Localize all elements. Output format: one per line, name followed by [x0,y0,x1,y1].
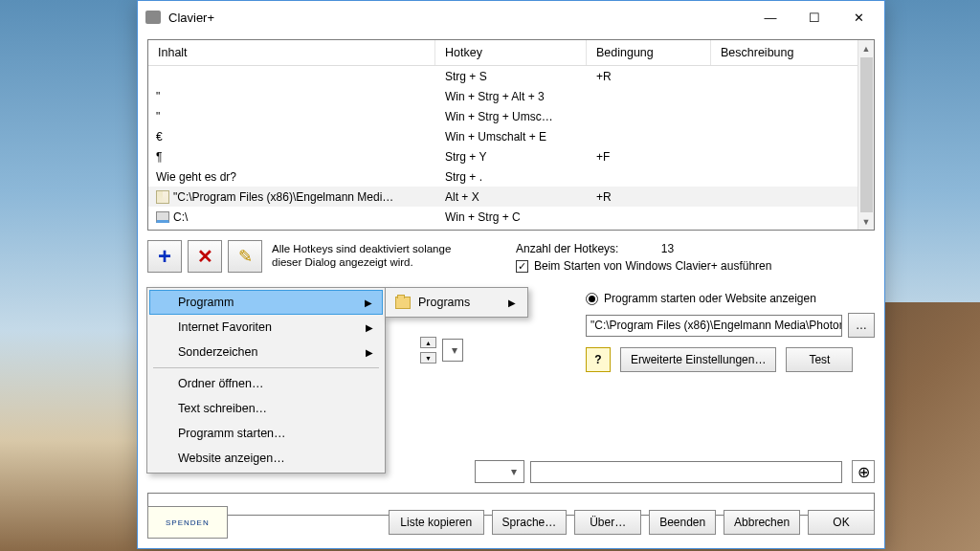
cell-inhalt: C:\ [150,210,437,224]
list-scrollbar[interactable]: ▲ ▼ [858,40,874,230]
small-combo[interactable]: ▾ [442,339,463,362]
cell-inhalt: Wie geht es dr? [150,170,437,184]
advanced-settings-button[interactable]: Erweiterte Einstellungen… [620,347,776,372]
menu-item-ordner[interactable]: Ordner öffnen… [149,371,383,396]
program-path-input[interactable]: "C:\Program Files (x86)\Engelmann Media\… [586,315,842,337]
test-button[interactable]: Test [786,347,853,372]
language-button[interactable]: Sprache… [492,510,567,535]
cell-hotkey: Alt + X [437,190,589,204]
count-value: 13 [624,242,710,255]
note-icon [156,190,169,204]
cell-bedingung: +R [589,70,713,83]
list-header: Inhalt Hotkey Bedingung Beschreibung [148,40,874,66]
col-bedingung[interactable]: Bedingung [587,40,711,65]
cell-hotkey: Win + Strg + Umsc… [437,110,589,123]
drive-icon [156,211,169,223]
submenu-item-programs[interactable]: Programs ▶ [388,290,525,315]
cell-inhalt: "C:\Program Files (x86)\Engelmann Medi… [150,190,437,204]
help-icon[interactable]: ? [586,347,611,372]
menu-item-sonderzeichen-label: Sonderzeichen [178,345,257,359]
window-title: Clavier+ [168,11,748,25]
table-row[interactable]: "Win + Strg + Umsc… [148,106,874,126]
cell-inhalt: € [150,130,437,143]
edit-button[interactable]: ✎ [228,240,262,273]
cell-bedingung: +R [589,190,713,204]
menu-separator [153,367,379,368]
cell-hotkey: Strg + . [437,170,589,184]
close-button[interactable]: ✕ [836,3,880,32]
cell-inhalt: " [150,110,437,123]
col-beschreibung[interactable]: Beschreibung [711,40,874,65]
col-inhalt[interactable]: Inhalt [148,40,435,65]
cell-hotkey: Strg + Y [437,150,589,164]
quit-button[interactable]: Beenden [649,510,716,535]
menu-item-favoriten-label: Internet Favoriten [178,320,272,334]
browse-button[interactable]: … [848,313,875,338]
cell-hotkey: Win + Umschalt + E [437,130,589,143]
app-icon [145,11,161,24]
cell-bedingung: +F [589,150,713,164]
titlebar: Clavier+ — ☐ ✕ [138,1,884,33]
spin-down-icon[interactable]: ▼ [420,352,436,364]
submenu-item-programs-label: Programs [418,296,470,309]
target-picker-button[interactable]: ⊕ [852,460,875,483]
submenu-arrow-icon: ▶ [366,322,373,333]
ok-button[interactable]: OK [808,510,875,535]
minimize-button[interactable]: — [748,3,792,32]
cell-inhalt: " [150,90,437,103]
menu-item-sonderzeichen[interactable]: Sonderzeichen ▶ [149,340,383,364]
scroll-up-icon[interactable]: ▲ [858,40,874,56]
about-button[interactable]: Über… [574,510,641,535]
value-spinner[interactable]: ▲ ▼ [420,337,436,364]
donate-button[interactable]: SPENDEN [147,506,228,539]
count-label: Anzahl der Hotkeys: [516,242,618,255]
folder-icon [395,297,411,309]
table-row[interactable]: €Win + Umschalt + E [148,126,874,146]
cancel-button[interactable]: Abbrechen [724,510,800,535]
hint-text: Alle Hotkeys sind deaktiviert solange di… [272,240,506,269]
start-program-label: Programm starten oder Website anzeigen [604,292,816,305]
table-row[interactable]: Strg + S+R [148,66,874,86]
col-hotkey[interactable]: Hotkey [435,40,587,65]
condition-combo[interactable]: ▾ [475,460,524,483]
cell-hotkey: Win + Strg + C [437,210,589,224]
add-button[interactable]: + [147,240,182,273]
table-row[interactable]: C:\Win + Strg + C [148,207,874,227]
cell-inhalt: ¶ [150,150,437,164]
add-context-menu[interactable]: Programm ▶ Internet Favoriten ▶ Sonderze… [146,287,386,474]
hint-line2: dieser Dialog angezeigt wird. [272,255,506,269]
copy-list-button[interactable]: Liste kopieren [389,510,484,535]
submenu-arrow-icon: ▶ [366,347,373,358]
menu-item-programm-starten[interactable]: Programm starten… [149,421,383,446]
delete-button[interactable]: ✕ [188,240,222,273]
hint-line1: Alle Hotkeys sind deaktiviert solange [272,242,506,255]
cell-hotkey: Strg + S [437,70,589,83]
program-path-value: "C:\Program Files (x86)\Engelmann Media\… [590,319,842,332]
table-row[interactable]: ¶Strg + Y+F [148,146,874,166]
scroll-thumb[interactable] [860,57,873,212]
menu-item-website[interactable]: Website anzeigen… [149,446,383,471]
cell-hotkey: Win + Strg + Alt + 3 [437,90,589,103]
table-row[interactable]: Wie geht es dr?Strg + . [148,166,874,187]
menu-item-favoriten[interactable]: Internet Favoriten ▶ [149,315,383,340]
scroll-down-icon[interactable]: ▼ [858,213,874,230]
programm-submenu[interactable]: Programs ▶ [385,287,528,318]
submenu-arrow-icon: ▶ [508,298,516,308]
submenu-arrow-icon: ▶ [365,298,372,308]
autostart-checkbox[interactable]: ✓ [516,260,528,273]
menu-item-programm-label: Programm [178,296,234,309]
autostart-label: Beim Starten von Windows Clavier+ ausfüh… [534,259,771,273]
start-program-radio[interactable] [586,293,598,305]
maximize-button[interactable]: ☐ [792,3,836,32]
table-row[interactable]: "Win + Strg + Alt + 3 [148,86,874,106]
donate-label: SPENDEN [150,518,225,527]
menu-item-text[interactable]: Text schreiben… [149,396,383,421]
wide-input[interactable] [530,461,842,483]
hotkey-list[interactable]: Inhalt Hotkey Bedingung Beschreibung Str… [147,39,875,231]
table-row[interactable]: "C:\Program Files (x86)\Engelmann Medi…A… [148,187,874,207]
spin-up-icon[interactable]: ▲ [420,337,436,348]
menu-item-programm[interactable]: Programm ▶ [149,290,383,315]
